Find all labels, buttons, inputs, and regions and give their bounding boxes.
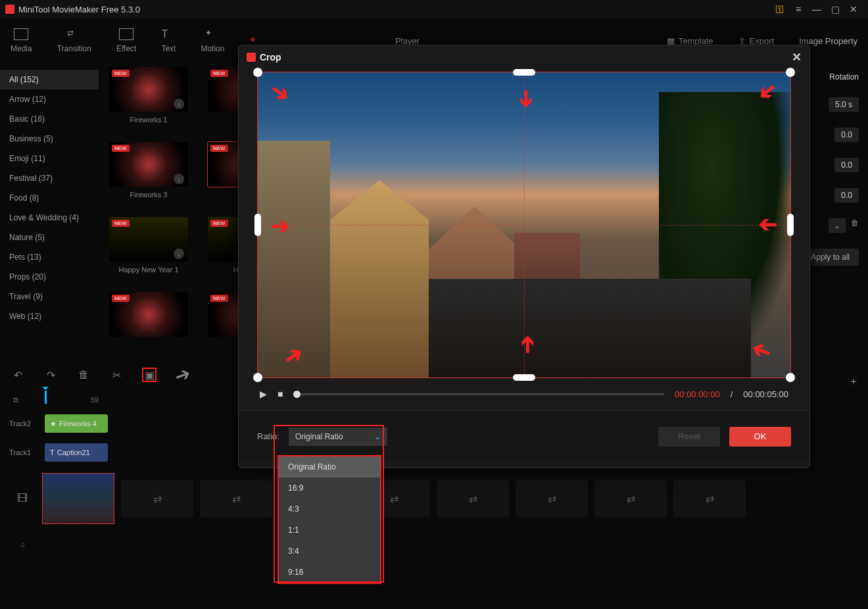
category-item[interactable]: Travel (9) [0,287,99,306]
trash-icon[interactable]: 🗑 [76,368,91,382]
transition-slot[interactable]: ⇄ [516,480,588,517]
thumb-label: Fireworks 1 [130,116,168,124]
download-icon[interactable]: ↓ [174,249,184,259]
text-icon: T [50,449,55,456]
add-track-icon[interactable]: ＋ [848,375,859,389]
close-window-button[interactable]: ✕ [844,3,863,16]
caption-clip[interactable]: TCaption21 [45,443,108,462]
ratio-select[interactable]: Original Ratio ⌄ [289,427,387,446]
category-item[interactable]: Web (12) [0,306,99,326]
swap-icon: ⇄ [232,493,241,505]
fx-clip[interactable]: ★Fireworks 4 [45,414,108,433]
crop-handle-tl[interactable] [253,68,262,77]
undo-icon[interactable]: ↶ [11,368,25,382]
star-icon: ★ [50,420,57,428]
category-item[interactable]: Basic (16) [0,109,99,129]
crop-handle-left[interactable] [254,214,261,236]
category-item[interactable]: Nature (5) [0,228,99,247]
effect-icon [119,28,133,40]
asset-thumb[interactable]: NEW↓Fireworks 1 [103,67,195,135]
ruler-tick: 59 [91,396,99,404]
ratio-option[interactable]: 16:9 [279,477,380,499]
toolbar-transition[interactable]: ⇄Transition [57,28,91,53]
new-badge: NEW [210,70,228,77]
crop-handle-right[interactable] [787,214,794,236]
apply-all-button[interactable]: Apply to all [802,249,859,266]
transition-slot[interactable]: ⇄ [594,480,667,517]
unlock-icon[interactable]: ⚿ [771,3,789,16]
add-marker-icon[interactable]: ⧉ [13,396,18,404]
asset-thumb[interactable]: NEW [103,292,195,351]
category-item[interactable]: Food (8) [0,188,99,208]
toolbar-motion[interactable]: ✦Motion [201,28,224,53]
crop-handle-bl[interactable] [253,373,262,382]
annotation-arrow-icon: ➔ [514,89,540,108]
new-badge: NEW [210,295,228,302]
category-item[interactable]: Business (5) [0,129,99,149]
category-item[interactable]: Festival (37) [0,168,99,188]
minimize-button[interactable]: — [808,3,826,16]
duration-value[interactable]: 5.0 s [829,97,859,112]
transition-slot[interactable]: ⇄ [673,480,746,517]
seek-slider[interactable] [293,393,664,395]
prop-value[interactable]: 0.0 [834,128,859,142]
new-badge: NEW [112,70,130,77]
track-label: Track2 [9,420,45,427]
toolbar-text[interactable]: TText [161,28,176,53]
ratio-option[interactable]: Original Ratio [279,456,380,477]
ok-button[interactable]: OK [729,427,791,447]
playhead[interactable] [45,391,47,404]
new-badge: NEW [112,220,130,227]
play-button[interactable]: ▶ [260,389,267,399]
video-track-icon: 🎞 [9,493,36,504]
cut-icon[interactable]: ✂ [109,368,124,382]
download-icon[interactable]: ↓ [174,174,184,184]
ratio-option[interactable]: 3:4 [279,541,380,562]
transition-slot[interactable]: ⇄ [121,480,193,517]
asset-thumb[interactable]: NEW↓Happy New Year 1 [103,217,195,285]
annotation-arrow-icon: ➔ [759,212,777,239]
crop-button[interactable]: ▣ [142,368,157,382]
transition-slot[interactable]: ⇄ [200,480,272,517]
crop-handle-top[interactable] [513,69,535,76]
track-label: Track1 [9,449,45,456]
maximize-button[interactable]: ▢ [826,3,844,16]
crop-handle-tr[interactable] [786,68,795,77]
category-item[interactable]: Props (20) [0,267,99,287]
menu-icon[interactable]: ≡ [789,3,808,16]
transition-slot[interactable]: ⇄ [437,480,509,517]
crop-canvas[interactable]: ➔ ➔ ➔ ➔ ➔ ➔ ➔ ➔ [257,72,791,378]
thumb-label: Fireworks 3 [130,191,168,199]
category-item[interactable]: Pets (13) [0,247,99,267]
ratio-selected-value: Original Ratio [295,432,343,441]
crop-handle-bottom[interactable] [513,374,535,381]
reset-button[interactable]: Reset [658,427,720,447]
download-icon[interactable]: ↓ [174,99,184,109]
ratio-option[interactable]: 9:16 [279,562,380,583]
dialog-title: Crop [260,52,281,62]
category-item[interactable]: Love & Wedding (4) [0,208,99,228]
dialog-close-button[interactable]: ✕ [792,50,802,64]
image-property-tab[interactable]: Image Property [799,36,857,46]
crop-handle-br[interactable] [786,373,795,382]
stop-button[interactable]: ■ [277,389,283,399]
ratio-option[interactable]: 4:3 [279,499,380,520]
category-item[interactable]: Arrow (12) [0,89,99,109]
ratio-option[interactable]: 1:1 [279,520,380,541]
category-item[interactable]: All (152) [0,70,99,89]
delete-icon[interactable]: 🗑 [851,218,859,233]
annotation-arrow-icon: ➔ [172,362,193,388]
asset-thumb[interactable]: NEW↓Fireworks 3 [103,142,195,210]
app-title: MiniTool MovieMaker Free 5.3.0 [18,5,140,14]
category-item[interactable]: Emoji (11) [0,149,99,168]
chevron-down-icon[interactable]: ⌄ [829,218,846,233]
annotation-arrow-icon: ➔ [514,335,540,354]
prop-value[interactable]: 0.0 [834,188,859,203]
redo-icon[interactable]: ↷ [43,368,58,382]
toolbar-effect[interactable]: Effect [116,28,136,53]
video-clip[interactable] [42,473,114,524]
prop-value[interactable]: 0.0 [834,158,859,172]
toolbar-media[interactable]: Media [11,28,32,53]
toolbar-text-label: Text [161,44,176,53]
seek-knob[interactable] [293,391,301,398]
